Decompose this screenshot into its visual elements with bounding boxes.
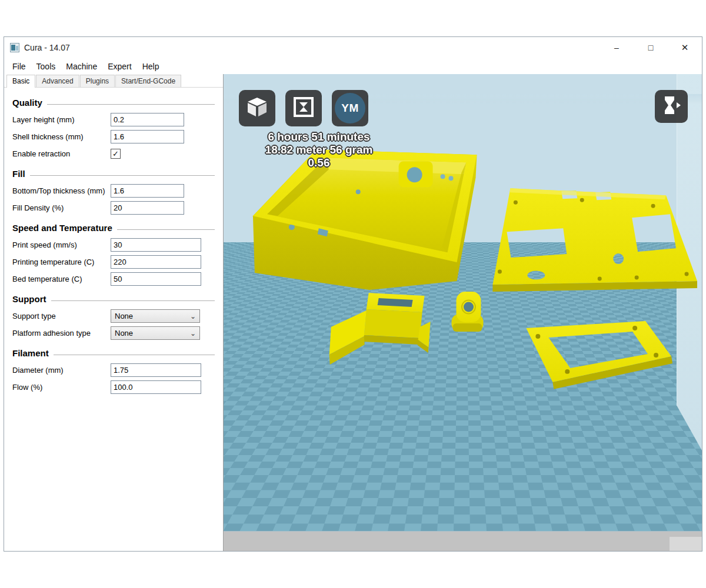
model-bracket[interactable]	[329, 293, 431, 365]
section-quality: Quality	[12, 98, 215, 108]
row-layer-height: Layer height (mm)	[12, 111, 215, 128]
view-mode-icon	[660, 94, 682, 119]
section-filament-title: Filament	[12, 348, 49, 358]
shell-thickness-label: Shell thickness (mm)	[12, 132, 111, 141]
title-bar: Cura - 14.07 – □ ✕	[4, 37, 702, 58]
model-base-plate[interactable]	[492, 188, 697, 292]
model-bezel-frame[interactable]	[526, 321, 672, 389]
load-model-icon	[245, 95, 269, 121]
close-button[interactable]: ✕	[668, 37, 702, 58]
minimize-button[interactable]: –	[600, 37, 634, 58]
tab-basic[interactable]: Basic	[6, 75, 35, 88]
app-window: Cura - 14.07 – □ ✕ File Tools Machine Ex…	[4, 36, 702, 552]
print-speed-label: Print speed (mm/s)	[12, 240, 111, 249]
tab-strip: Basic Advanced Plugins Start/End-GCode	[4, 74, 223, 88]
row-printing-temperature: Printing temperature (C)	[12, 253, 215, 270]
support-type-select[interactable]: None ⌄	[111, 309, 200, 323]
youmagine-icon: YM	[335, 93, 365, 123]
model-enclosure-box[interactable]	[253, 149, 477, 290]
row-platform-adhesion-type: Platform adhesion type None ⌄	[12, 325, 215, 342]
enable-retraction-label: Enable retraction	[12, 149, 111, 158]
youmagine-share-button[interactable]: YM	[332, 90, 368, 126]
section-speed-temperature-title: Speed and Temperature	[12, 223, 112, 233]
enable-retraction-checkbox[interactable]: ✓	[111, 149, 121, 159]
row-shell-thickness: Shell thickness (mm)	[12, 128, 215, 145]
settings-column: Basic Advanced Plugins Start/End-GCode Q…	[4, 74, 224, 551]
flow-label: Flow (%)	[12, 383, 111, 392]
row-enable-retraction: Enable retraction ✓	[12, 145, 215, 162]
maximize-button[interactable]: □	[634, 37, 668, 58]
check-icon: ✓	[112, 150, 119, 158]
bottom-top-thickness-input[interactable]	[111, 184, 184, 198]
row-diameter: Diameter (mm)	[12, 362, 215, 379]
row-support-type: Support type None ⌄	[12, 308, 215, 325]
chevron-down-icon: ⌄	[190, 330, 196, 336]
toolpath-save-button[interactable]	[285, 90, 322, 126]
bed-temperature-label: Bed temperature (C)	[12, 275, 111, 283]
chevron-down-icon: ⌄	[190, 313, 196, 319]
diameter-input[interactable]	[111, 363, 201, 377]
load-model-button[interactable]	[239, 90, 275, 126]
section-filament: Filament	[12, 348, 215, 358]
shell-thickness-input[interactable]	[111, 130, 184, 143]
toolpath-icon	[292, 95, 315, 121]
support-type-value: None	[115, 312, 133, 320]
menu-expert[interactable]: Expert	[102, 62, 136, 71]
viewport-toolbar: YM	[239, 90, 368, 126]
window-title: Cura - 14.07	[24, 43, 70, 52]
window-controls: – □ ✕	[600, 37, 702, 58]
row-flow: Flow (%)	[12, 379, 215, 396]
print-speed-input[interactable]	[111, 238, 201, 252]
layer-height-input[interactable]	[111, 113, 184, 126]
row-bed-temperature: Bed temperature (C)	[12, 270, 215, 288]
menu-file[interactable]: File	[7, 62, 31, 71]
tab-plugins[interactable]: Plugins	[80, 75, 115, 87]
support-type-label: Support type	[12, 312, 111, 320]
menu-tools[interactable]: Tools	[31, 62, 61, 71]
tab-start-end-gcode[interactable]: Start/End-GCode	[115, 75, 181, 87]
diameter-label: Diameter (mm)	[12, 366, 111, 375]
bottom-top-thickness-label: Bottom/Top thickness (mm)	[12, 186, 111, 195]
menu-help[interactable]: Help	[137, 62, 165, 71]
bed-temperature-input[interactable]	[111, 272, 201, 286]
section-fill-title: Fill	[12, 169, 25, 179]
model-small-clip[interactable]	[452, 292, 484, 332]
print-cost: 0.56	[231, 156, 407, 169]
section-speed-temperature: Speed and Temperature	[12, 223, 215, 233]
viewport-3d[interactable]: YM 6 hours 51 minutes 18.82 meter 56 gra…	[224, 74, 702, 551]
view-mode-button[interactable]	[655, 90, 688, 123]
row-bottom-top-thickness: Bottom/Top thickness (mm)	[12, 182, 215, 199]
filament-usage: 18.82 meter 56 gram	[231, 143, 407, 156]
print-time: 6 hours 51 minutes	[231, 131, 407, 143]
fill-density-input[interactable]	[111, 201, 184, 215]
printing-temperature-label: Printing temperature (C)	[12, 258, 111, 266]
platform-adhesion-type-value: None	[115, 329, 133, 338]
fill-density-label: Fill Density (%)	[12, 203, 111, 212]
platform-adhesion-type-label: Platform adhesion type	[12, 329, 111, 338]
app-icon	[10, 43, 19, 52]
flow-input[interactable]	[111, 380, 201, 394]
section-quality-title: Quality	[12, 98, 42, 108]
menu-machine[interactable]: Machine	[61, 62, 102, 71]
section-support: Support	[12, 294, 215, 304]
section-fill: Fill	[12, 169, 215, 179]
platform-adhesion-type-select[interactable]: None ⌄	[111, 326, 200, 340]
menu-bar: File Tools Machine Expert Help	[4, 58, 702, 74]
layer-height-label: Layer height (mm)	[12, 115, 111, 124]
row-fill-density: Fill Density (%)	[12, 199, 215, 216]
section-support-title: Support	[12, 294, 46, 304]
tab-advanced[interactable]: Advanced	[36, 75, 79, 87]
print-stats: 6 hours 51 minutes 18.82 meter 56 gram 0…	[231, 131, 407, 169]
printing-temperature-input[interactable]	[111, 255, 201, 269]
row-print-speed: Print speed (mm/s)	[12, 236, 215, 253]
basic-settings-panel: Quality Layer height (mm) Shell thicknes…	[4, 88, 223, 551]
